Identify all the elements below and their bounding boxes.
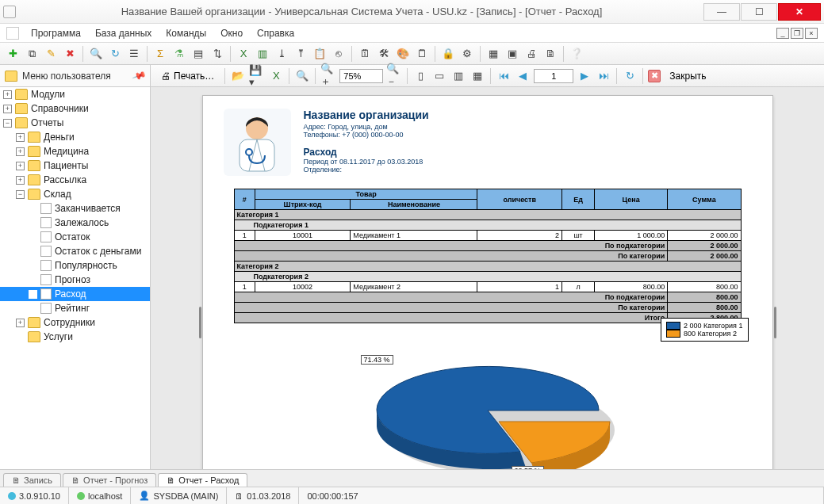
zoom-out-icon[interactable]: 🔍－ [386,68,402,84]
export-xls2-icon[interactable]: X [268,68,284,84]
menu-program[interactable]: Программа [24,25,88,41]
close-button[interactable]: ✕ [778,3,821,21]
tree-sotrudniki[interactable]: +Сотрудники [0,315,150,330]
menu-icon [6,27,19,40]
menu-database[interactable]: База данных [88,25,159,41]
tree-zakanch[interactable]: Заканчивается [0,201,150,216]
calendar-icon[interactable]: 🗓 [357,46,373,62]
close-report-button[interactable]: Закрыть [664,68,711,84]
save-report-icon[interactable]: 💾▾ [249,68,265,84]
tab-zapis[interactable]: 🗎 Запись [3,473,61,487]
tree-medicina[interactable]: +Медицина [0,144,150,158]
report-preview[interactable]: Название организации Адрес: Город, улица… [151,87,824,469]
table-row: 1 10001 Медикамент 1 2 шт 1 000.00 2 000… [234,231,741,241]
page-whole-icon[interactable]: ▯ [412,68,428,84]
tree-pacienty[interactable]: +Пациенты [0,158,150,173]
clipboard-icon[interactable]: 📋 [312,46,328,62]
report-page: Название организации Адрес: Город, улица… [202,95,773,469]
tree-ostatok-d[interactable]: Остаток с деньгами [0,244,150,258]
page-multi-icon[interactable]: ▦ [469,68,485,84]
sum-icon[interactable]: Σ [152,46,168,62]
filter-icon[interactable]: ☰ [126,46,142,62]
report-org: Название организации [304,109,429,121]
first-page-icon[interactable]: ⏮ [496,68,512,84]
zoom-in-icon[interactable]: 🔍＋ [320,68,336,84]
mdi-restore[interactable]: ❐ [791,28,803,39]
menu-window[interactable]: Окно [213,25,250,41]
tree-otchety[interactable]: −Отчеты [0,116,150,130]
report-toolbar: 🖨 Печать… 📂 💾▾ X 🔍 🔍＋ 🔍－ ▯ ▭ ▥ ▦ ⏮ ◀ ▶ ⏭… [151,65,824,86]
page-number-input[interactable] [534,69,573,83]
search-icon[interactable]: 🔍 [88,46,104,62]
menu-help[interactable]: Справка [250,25,301,41]
delete-icon[interactable]: ✖ [62,46,78,62]
export-xls-icon[interactable]: X [236,46,251,62]
settings-icon[interactable]: ⚙ [459,46,475,62]
next-page-icon[interactable]: ▶ [577,68,592,84]
pin-icon[interactable]: 📌 [132,68,148,83]
tab-rashod[interactable]: 🗎 Отчет - Расход [158,473,247,487]
page-two-icon[interactable]: ▥ [450,68,466,84]
import-icon[interactable]: ⤓ [274,46,289,62]
chart-legend: 2 000 Категория 1 800 Категория 2 [661,318,749,342]
titlebar: Название Вашей организации - Универсальн… [0,0,824,24]
tree-reiting[interactable]: Рейтинг [0,301,150,315]
tree-rassylka[interactable]: +Рассылка [0,173,150,187]
page-width-icon[interactable]: ▭ [431,68,447,84]
status-time: 00:00:00:157 [299,487,824,504]
refresh-icon[interactable]: ↻ [107,46,123,62]
tools-icon[interactable]: 🛠 [376,46,392,62]
reload-icon[interactable]: ↻ [622,68,638,84]
add-icon[interactable]: ✚ [5,46,21,62]
copy-icon[interactable]: ⧉ [24,46,40,62]
export2-icon[interactable]: ⤒ [293,46,309,62]
tree-sklad[interactable]: −Склад [0,187,150,201]
mdi-close[interactable]: × [805,28,818,39]
group-icon[interactable]: ⚗ [171,46,187,62]
tree-dengi[interactable]: +Деньги [0,130,150,144]
window-cascade-icon[interactable]: ▣ [504,46,520,62]
report-dept: Отделение: [304,166,429,174]
menu-commands[interactable]: Команды [159,25,213,41]
report-title: Расход [304,147,429,158]
export-csv-icon[interactable]: ▥ [255,46,270,62]
zoom-level-input[interactable] [339,69,383,83]
sidebar-tree[interactable]: +Модули +Справочники −Отчеты +Деньги +Ме… [0,87,151,469]
mdi-minimize[interactable]: _ [776,28,789,39]
tree-popular[interactable]: Популярность [0,258,150,273]
palette-icon[interactable]: 🎨 [395,46,411,62]
tab-prognoz[interactable]: 🗎 Отчет - Прогноз [63,473,156,487]
last-page-icon[interactable]: ⏭ [596,68,611,84]
close-report-icon[interactable]: ✖ [648,70,661,82]
tree-rashod[interactable]: Расход [0,287,150,301]
help-icon[interactable]: ❔ [569,46,584,62]
menubar: Программа База данных Команды Окно Справ… [0,24,824,43]
find-icon[interactable]: 🔍 [294,68,310,84]
sort-icon[interactable]: ⇅ [209,46,225,62]
minimize-button[interactable]: — [703,3,740,21]
tree-modules[interactable]: +Модули [0,87,150,101]
tree-spravochniki[interactable]: +Справочники [0,101,150,116]
status-host: localhost [69,487,131,504]
note-icon[interactable]: 🗒 [414,46,430,62]
tree-prognoz[interactable]: Прогноз [0,273,150,287]
tree-uslugi[interactable]: Услуги [0,330,150,344]
edit-icon[interactable]: ✎ [43,46,59,62]
lock-icon[interactable]: 🔒 [440,46,456,62]
report-period: Период от 08.11.2017 до 03.03.2018 [304,158,429,166]
print-icon[interactable]: 🖨 [523,46,539,62]
user-menu-button[interactable]: Меню пользователя 📌 [0,65,151,86]
preview-icon[interactable]: 🗎 [542,46,558,62]
exit-icon[interactable]: ⎋ [331,46,347,62]
report-table: # Товар оличеств Ед Цена Сумма Штрих-код… [234,189,742,323]
window-tile-icon[interactable]: ▦ [485,46,501,62]
tree-ostatok[interactable]: Остаток [0,230,150,244]
maximize-button[interactable]: ☐ [741,3,777,21]
prev-page-icon[interactable]: ◀ [515,68,531,84]
print-button[interactable]: 🖨 Печать… [155,68,220,84]
status-date: 🗓 01.03.2018 [227,487,299,504]
open-report-icon[interactable]: 📂 [230,68,246,84]
columns-icon[interactable]: ▤ [190,46,206,62]
tree-zalezh[interactable]: Залежалось [0,216,150,230]
report-tel: Телефоны: +7 (000) 000-00-00 [304,131,429,139]
